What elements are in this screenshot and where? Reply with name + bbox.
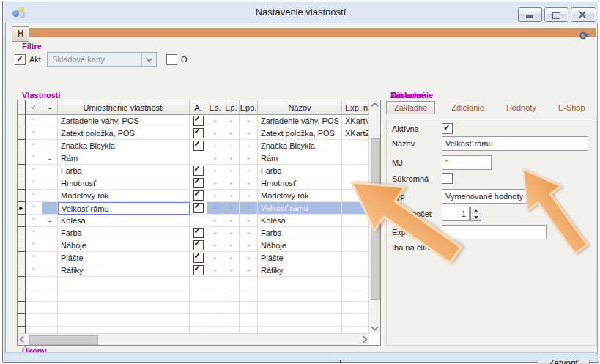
active-checkbox[interactable]: ✓ [193, 141, 204, 151]
col-check[interactable]: ✓ [26, 100, 42, 115]
group-collapse-icon[interactable]: - [48, 216, 51, 225]
horizontal-scrollbar[interactable] [18, 333, 369, 345]
ep-marker[interactable]: + [229, 143, 233, 149]
table-row[interactable]: ° Hmotnosť ✓ + + + Hmotnosť [18, 177, 369, 190]
epo-marker[interactable]: + [247, 180, 251, 187]
cell-placement[interactable]: Farba [61, 166, 82, 175]
scroll-right-icon[interactable] [358, 334, 369, 345]
cell-name[interactable]: Farba [261, 229, 282, 237]
max-pocet-stepper[interactable] [470, 207, 481, 221]
cell-name[interactable]: Zatext položka, POS [261, 129, 335, 138]
epo-marker[interactable]: + [247, 230, 251, 237]
active-checkbox[interactable]: ✓ [193, 240, 204, 250]
cell-name[interactable]: Hmotnosť [261, 179, 296, 187]
epo-marker[interactable]: + [247, 255, 251, 261]
es-marker[interactable]: + [213, 143, 217, 149]
cell-placement[interactable]: Plášte [61, 253, 84, 262]
ep-marker[interactable]: + [229, 255, 233, 261]
col-epo[interactable]: Epo. [240, 100, 258, 115]
active-checkbox[interactable]: ✓ [193, 116, 204, 126]
epo-marker[interactable]: + [247, 205, 251, 212]
col-es[interactable]: Es. [207, 100, 223, 115]
cell-exp[interactable]: XKartV [342, 116, 369, 125]
nazov-input[interactable] [442, 136, 588, 151]
tab-zdielanie[interactable]: Zdielanie [445, 102, 490, 114]
epo-marker[interactable]: + [247, 118, 251, 125]
ep-marker[interactable]: + [229, 168, 233, 174]
cell-placement[interactable]: Rám [61, 154, 78, 163]
ep-marker[interactable]: + [229, 130, 233, 137]
es-marker[interactable]: + [213, 230, 217, 237]
epo-marker[interactable]: + [247, 193, 251, 199]
chevron-down-icon[interactable] [141, 53, 156, 66]
scroll-up-icon[interactable] [369, 100, 380, 111]
active-checkbox[interactable]: ✓ [193, 178, 204, 188]
table-row[interactable]: ° Farba ✓ + + + Farba [18, 227, 369, 239]
epo-marker[interactable]: + [247, 155, 251, 162]
col-exp[interactable]: Exp. ná [342, 100, 369, 115]
es-marker[interactable]: + [213, 205, 217, 212]
sukromna-checkbox[interactable]: ✓ [442, 173, 453, 184]
empty-row[interactable] [18, 314, 369, 327]
col-placement[interactable]: Umiestnenie vlastnosti [58, 100, 190, 115]
es-marker[interactable]: + [213, 155, 217, 162]
epo-marker[interactable]: + [247, 143, 251, 149]
table-row[interactable]: ° Zatext položka, POS ✓ + + + Zatext pol… [18, 127, 369, 140]
epo-marker[interactable]: + [247, 168, 251, 174]
col-active[interactable]: A. [190, 100, 207, 115]
active-checkbox[interactable]: ✓ [193, 203, 204, 213]
ep-marker[interactable]: + [229, 180, 233, 187]
table-row[interactable]: ° Náboje ✓ + + + Náboje [18, 239, 369, 252]
cell-placement[interactable]: Hmotnosť [61, 179, 96, 187]
table-row[interactable]: ° - Kolesá + + + Kolesá [18, 215, 369, 227]
es-marker[interactable]: + [213, 255, 217, 261]
akt-checkbox[interactable]: ✓ [15, 54, 26, 65]
empty-row[interactable] [18, 302, 369, 314]
table-row[interactable]: ° Ráfiky ✓ + + + Ráfiky [18, 264, 369, 277]
h-tab-button[interactable]: H [12, 26, 29, 42]
epo-marker[interactable]: + [247, 218, 251, 224]
stepper-down-icon[interactable] [471, 214, 481, 220]
cell-name[interactable]: Zariadenie váhy, POS [261, 116, 339, 125]
es-marker[interactable]: + [213, 130, 217, 137]
empty-row[interactable] [18, 289, 369, 302]
cell-name[interactable]: Kolesá [261, 216, 286, 225]
ep-marker[interactable]: + [229, 218, 233, 224]
col-group[interactable]: - [42, 100, 58, 115]
minimize-button[interactable] [518, 7, 542, 22]
tab-hodnoty[interactable]: Hodnoty [500, 102, 542, 114]
epo-marker[interactable]: + [247, 130, 251, 137]
table-row[interactable]: ° Farba ✓ + + + Farba [18, 165, 369, 177]
table-row[interactable]: ► ° Velkosť rámu ✓ + + + Velkosť rámu [18, 202, 369, 215]
tab-základné[interactable]: Základné [386, 101, 435, 114]
active-checkbox[interactable]: ✓ [193, 190, 204, 201]
tab-e-shop[interactable]: E-Shop [552, 102, 591, 114]
cell-placement[interactable]: Ráfiky [61, 266, 84, 275]
stepper-up-icon[interactable] [471, 207, 481, 214]
cell-placement[interactable]: Kolesá [61, 216, 86, 225]
epo-marker[interactable]: + [247, 242, 251, 249]
cell-name[interactable]: Rám [261, 154, 278, 163]
es-marker[interactable]: + [213, 218, 217, 224]
table-row[interactable]: ° Modelový rok ✓ + + + Modelový rok [18, 190, 369, 202]
cell-placement[interactable]: Velkosť rámu [62, 204, 109, 213]
cell-name[interactable]: Farba [261, 166, 282, 175]
es-marker[interactable]: + [213, 118, 217, 125]
cell-name[interactable]: Velkosť rámu [261, 204, 308, 212]
mj-input[interactable] [442, 155, 492, 170]
scroll-down-icon[interactable] [369, 323, 380, 334]
title-bar[interactable]: Nastavenie vlastností [3, 1, 599, 23]
active-checkbox[interactable]: ✓ [193, 228, 204, 238]
group-collapse-icon[interactable]: - [48, 154, 51, 163]
es-marker[interactable]: + [213, 267, 217, 274]
cell-placement[interactable]: Zatext položka, POS [61, 129, 135, 138]
active-checkbox[interactable]: ✓ [193, 128, 204, 138]
scroll-left-icon[interactable] [18, 334, 29, 345]
ep-marker[interactable]: + [229, 118, 233, 125]
es-marker[interactable]: + [213, 242, 217, 249]
col-ep[interactable]: Ep. [223, 100, 240, 115]
ep-marker[interactable]: + [229, 155, 233, 162]
cell-placement[interactable]: Značka Bicykla [61, 141, 115, 150]
ep-marker[interactable]: + [229, 267, 233, 274]
grid-header-row[interactable]: ✓ - Umiestnenie vlastnosti A. Es. Ep. Ep… [18, 100, 369, 115]
